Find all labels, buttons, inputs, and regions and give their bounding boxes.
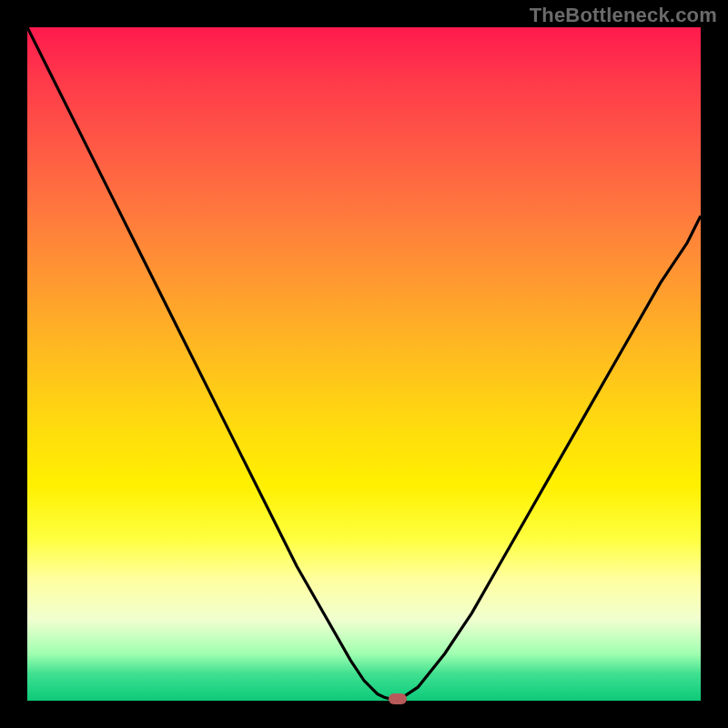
curve-path bbox=[27, 27, 701, 701]
watermark-text: TheBottleneck.com bbox=[530, 4, 717, 27]
curve-svg bbox=[27, 27, 701, 701]
bottleneck-marker bbox=[389, 693, 407, 704]
chart-frame: TheBottleneck.com bbox=[0, 0, 728, 728]
plot-area bbox=[27, 27, 701, 701]
